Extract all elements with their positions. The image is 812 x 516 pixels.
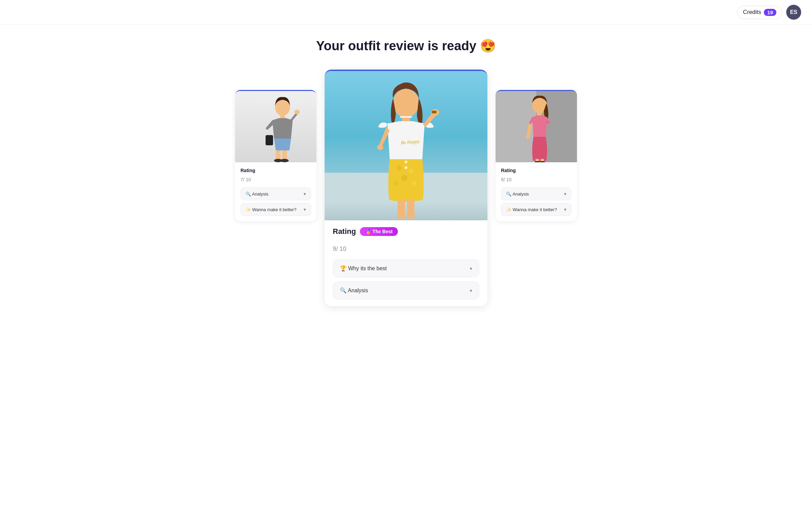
- svg-point-16: [377, 145, 383, 150]
- right-analysis-chevron-icon: ▾: [564, 191, 566, 197]
- svg-point-19: [397, 165, 402, 170]
- svg-rect-5: [276, 150, 281, 160]
- right-rating-label: Rating: [501, 168, 572, 173]
- credits-label: Credits: [743, 9, 761, 16]
- center-card-body: Rating 🏅 The Best 9/ 10 🏆 Why its the be…: [325, 220, 487, 306]
- left-rating-score: 7/ 10: [240, 174, 311, 183]
- right-outfit-card: Rating 8/ 10 🔍 Analysis ▾ ✨ Wanna make i…: [496, 90, 577, 221]
- left-card-body: Rating 7/ 10 🔍 Analysis ▾ ✨ Wanna make i…: [235, 162, 316, 221]
- right-rating-score: 8/ 10: [501, 174, 572, 183]
- center-person-illustration: Be Happy: [325, 71, 487, 220]
- svg-point-9: [281, 159, 289, 162]
- center-outfit-image: Be Happy: [325, 71, 487, 220]
- center-analysis-label: 🔍 Analysis: [340, 287, 368, 294]
- right-score-value: 8: [501, 177, 504, 182]
- cards-row: Rating 7/ 10 🔍 Analysis ▾ ✨ Wanna make i…: [186, 70, 626, 306]
- svg-rect-26: [398, 200, 405, 219]
- svg-rect-6: [282, 150, 287, 160]
- left-improve-label: ✨ Wanna make it better?: [246, 207, 296, 212]
- header: Credits 19 ES: [0, 0, 812, 25]
- right-person-illustration: [496, 91, 577, 162]
- why-best-chevron-icon: ▾: [470, 266, 472, 271]
- left-rating-label: Rating: [240, 168, 311, 173]
- right-improve-label: ✨ Wanna make it better?: [506, 207, 557, 212]
- left-analysis-dropdown[interactable]: 🔍 Analysis ▾: [240, 187, 311, 200]
- svg-point-23: [393, 181, 398, 185]
- center-analysis-chevron-icon: ▾: [470, 288, 472, 293]
- right-outfit-image: [496, 91, 577, 162]
- center-analysis-dropdown[interactable]: 🔍 Analysis ▾: [333, 281, 479, 299]
- left-improve-chevron-icon: ▾: [304, 207, 306, 212]
- center-rating-label: Rating: [333, 227, 356, 236]
- svg-point-24: [405, 161, 407, 163]
- svg-rect-36: [540, 161, 545, 162]
- svg-rect-7: [266, 135, 273, 145]
- svg-point-4: [294, 110, 300, 114]
- left-outfit-card: Rating 7/ 10 🔍 Analysis ▾ ✨ Wanna make i…: [235, 90, 316, 221]
- credits-badge: 19: [764, 9, 776, 16]
- right-score-max: / 10: [504, 177, 511, 182]
- svg-point-25: [405, 166, 407, 169]
- svg-rect-18: [432, 111, 437, 113]
- main-content: Your outfit review is ready 😍: [0, 25, 812, 306]
- svg-point-22: [412, 181, 417, 185]
- left-analysis-label: 🔍 Analysis: [246, 191, 268, 197]
- left-analysis-chevron-icon: ▾: [304, 191, 306, 197]
- left-score-value: 7: [240, 177, 243, 182]
- left-person-illustration: [235, 91, 316, 162]
- right-analysis-label: 🔍 Analysis: [506, 191, 529, 197]
- svg-rect-14: [400, 116, 412, 118]
- left-improve-dropdown[interactable]: ✨ Wanna make it better? ▾: [240, 203, 311, 216]
- svg-point-21: [401, 175, 407, 181]
- center-score-max: / 10: [336, 245, 346, 252]
- svg-rect-35: [535, 161, 540, 162]
- left-score-max: / 10: [243, 177, 251, 182]
- why-best-dropdown[interactable]: 🏆 Why its the best ▾: [333, 259, 479, 277]
- why-best-label: 🏆 Why its the best: [340, 265, 387, 272]
- right-improve-chevron-icon: ▾: [564, 207, 566, 212]
- right-improve-dropdown[interactable]: ✨ Wanna make it better? ▾: [501, 203, 572, 216]
- svg-point-20: [409, 169, 413, 173]
- right-analysis-dropdown[interactable]: 🔍 Analysis ▾: [501, 187, 572, 200]
- left-outfit-image: [235, 91, 316, 162]
- credits-pill[interactable]: Credits 19: [737, 6, 782, 19]
- avatar[interactable]: ES: [786, 5, 801, 20]
- svg-point-12: [393, 89, 419, 117]
- page-title: Your outfit review is ready 😍: [316, 38, 496, 53]
- right-card-body: Rating 8/ 10 🔍 Analysis ▾ ✨ Wanna make i…: [496, 162, 577, 221]
- center-score-value: 9: [333, 245, 336, 252]
- center-outfit-card: Be Happy: [325, 70, 487, 306]
- best-badge: 🏅 The Best: [360, 227, 398, 236]
- svg-rect-27: [407, 200, 414, 219]
- center-rating-row: Rating 🏅 The Best: [333, 227, 479, 236]
- center-rating-score: 9/ 10: [333, 239, 479, 254]
